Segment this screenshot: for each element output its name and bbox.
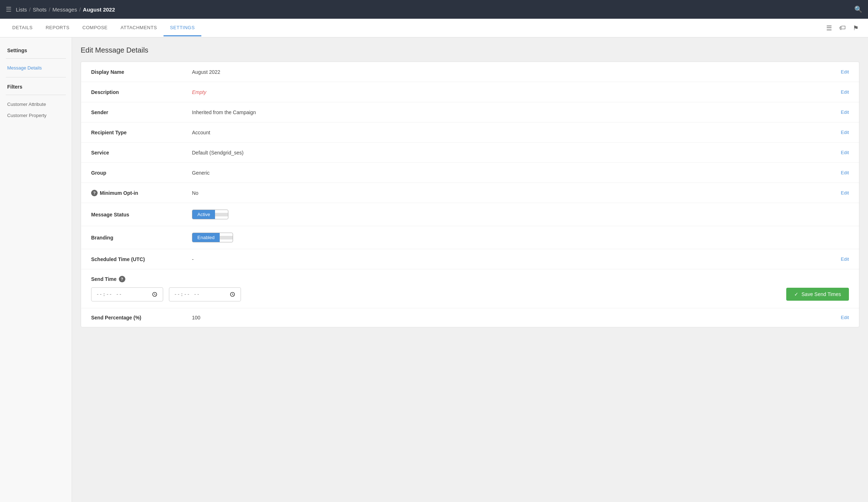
breadcrumb-shots[interactable]: Shots <box>33 6 46 13</box>
field-value-message-status: Active <box>192 210 849 219</box>
sidebar: Settings Message Details Filters Custome… <box>0 37 72 502</box>
field-value-description: Empty <box>192 89 834 95</box>
time-field-2[interactable] <box>174 291 236 298</box>
tab-bar: DETAILS REPORTS COMPOSE ATTACHMENTS SETT… <box>0 19 868 37</box>
tab-details[interactable]: DETAILS <box>6 20 39 36</box>
field-scheduled-time: Scheduled Time (UTC) - Edit <box>81 249 859 269</box>
edit-sender-button[interactable]: Edit <box>834 109 849 115</box>
field-label-display-name: Display Name <box>91 69 192 75</box>
sidebar-item-customer-attribute[interactable]: Customer Attribute <box>0 99 72 110</box>
field-label-sender: Sender <box>91 109 192 115</box>
send-time-help-icon[interactable]: ? <box>119 276 125 282</box>
field-label-message-status: Message Status <box>91 212 192 218</box>
field-service: Service Default (Sendgrid_ses) Edit <box>81 143 859 163</box>
edit-group-button[interactable]: Edit <box>834 170 849 175</box>
sidebar-item-message-details[interactable]: Message Details <box>0 62 72 73</box>
field-minimum-opt-in: ? Minimum Opt-in No Edit <box>81 183 859 203</box>
field-description: Description Empty Edit <box>81 82 859 102</box>
tab-attachments[interactable]: ATTACHMENTS <box>114 20 164 36</box>
field-message-status: Message Status Active <box>81 203 859 226</box>
field-label-send-percentage: Send Percentage (%) <box>91 315 192 321</box>
field-display-name: Display Name August 2022 Edit <box>81 62 859 82</box>
minimum-opt-in-help-icon[interactable]: ? <box>91 190 98 196</box>
tag-icon[interactable]: 🏷 <box>839 24 846 32</box>
field-label-recipient-type: Recipient Type <box>91 130 192 135</box>
edit-recipient-type-button[interactable]: Edit <box>834 130 849 135</box>
toggle-disabled <box>220 236 233 239</box>
field-label-group: Group <box>91 170 192 176</box>
sidebar-settings-title: Settings <box>0 45 72 55</box>
tab-bar-actions: ☰ 🏷 ⚑ <box>826 24 862 32</box>
branding-toggle[interactable]: Enabled <box>192 233 233 242</box>
tab-settings[interactable]: SETTINGS <box>164 20 201 36</box>
send-time-section: Send Time ? ✓ Save Send Times <box>81 269 859 308</box>
field-value-minimum-opt-in: No <box>192 190 834 196</box>
tab-reports[interactable]: REPORTS <box>39 20 76 36</box>
edit-message-card: Display Name August 2022 Edit Descriptio… <box>81 62 859 327</box>
main-layout: Settings Message Details Filters Custome… <box>0 37 868 502</box>
field-label-minimum-opt-in: ? Minimum Opt-in <box>91 190 192 196</box>
breadcrumb: Lists / Shots / Messages / August 2022 <box>16 6 115 13</box>
field-value-group: Generic <box>192 170 834 176</box>
hamburger-icon[interactable]: ☰ <box>6 5 12 13</box>
edit-minimum-opt-in-button[interactable]: Edit <box>834 190 849 196</box>
field-sender: Sender Inherited from the Campaign Edit <box>81 102 859 122</box>
field-branding: Branding Enabled <box>81 226 859 249</box>
edit-display-name-button[interactable]: Edit <box>834 69 849 75</box>
top-nav: ☰ Lists / Shots / Messages / August 2022… <box>0 0 868 19</box>
field-value-display-name: August 2022 <box>192 69 834 75</box>
tabs: DETAILS REPORTS COMPOSE ATTACHMENTS SETT… <box>6 20 201 36</box>
edit-scheduled-time-button[interactable]: Edit <box>834 256 849 262</box>
edit-service-button[interactable]: Edit <box>834 150 849 155</box>
message-status-toggle[interactable]: Active <box>192 210 228 219</box>
field-label-scheduled-time: Scheduled Time (UTC) <box>91 256 192 262</box>
time-field-1[interactable] <box>96 291 158 298</box>
toggle-enabled-label: Enabled <box>192 233 220 242</box>
field-label-description: Description <box>91 89 192 95</box>
send-time-inputs <box>91 287 241 301</box>
field-value-branding: Enabled <box>192 233 849 242</box>
field-label-branding: Branding <box>91 235 192 241</box>
page-title: Edit Message Details <box>81 46 859 54</box>
checkmark-icon: ✓ <box>794 291 798 297</box>
field-send-percentage: Send Percentage (%) 100 Edit <box>81 308 859 327</box>
send-time-input-2 <box>169 287 241 301</box>
field-recipient-type: Recipient Type Account Edit <box>81 122 859 143</box>
field-value-service: Default (Sendgrid_ses) <box>192 150 834 156</box>
breadcrumb-messages[interactable]: Messages <box>53 6 77 13</box>
edit-send-percentage-button[interactable]: Edit <box>834 315 849 320</box>
field-value-recipient-type: Account <box>192 130 834 135</box>
field-value-scheduled-time: - <box>192 256 834 262</box>
breadcrumb-lists[interactable]: Lists <box>16 6 27 13</box>
tab-compose[interactable]: COMPOSE <box>76 20 114 36</box>
field-value-sender: Inherited from the Campaign <box>192 109 834 115</box>
send-time-label: Send Time ? <box>91 276 849 282</box>
main-content: Edit Message Details Display Name August… <box>72 37 868 502</box>
field-value-send-percentage: 100 <box>192 315 834 321</box>
send-time-input-1 <box>91 287 163 301</box>
edit-description-button[interactable]: Edit <box>834 89 849 95</box>
toggle-active-label: Active <box>192 210 215 219</box>
search-icon[interactable]: 🔍 <box>854 5 862 13</box>
sidebar-filters-title: Filters <box>0 81 72 91</box>
list-icon[interactable]: ☰ <box>826 24 832 32</box>
field-group: Group Generic Edit <box>81 163 859 183</box>
save-send-times-button[interactable]: ✓ Save Send Times <box>786 288 849 301</box>
sidebar-item-customer-property[interactable]: Customer Property <box>0 110 72 121</box>
field-label-service: Service <box>91 150 192 156</box>
breadcrumb-current: August 2022 <box>83 6 115 13</box>
flag-icon[interactable]: ⚑ <box>853 24 859 32</box>
toggle-inactive <box>215 213 228 216</box>
